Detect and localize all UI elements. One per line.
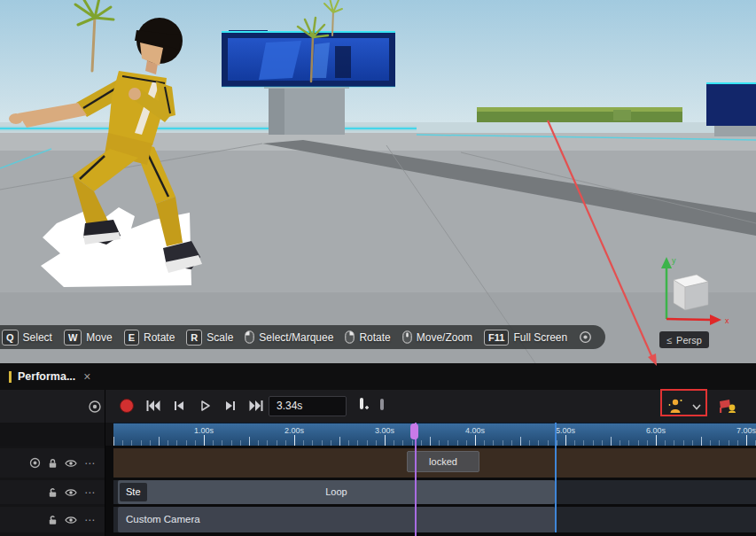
ruler-left-spacer <box>0 423 113 446</box>
track2-header: ⋯ <box>0 480 105 504</box>
tick-label: 2.00s <box>284 426 304 435</box>
keycap-f11: F11 <box>484 330 509 346</box>
step-back-icon <box>173 400 185 412</box>
keycap-e: E <box>124 330 139 346</box>
performer-display-icon[interactable] <box>717 398 737 414</box>
track3-header: ⋯ <box>0 507 105 532</box>
tab-close-icon[interactable]: × <box>83 369 90 384</box>
focus-target-icon[interactable] <box>88 400 102 414</box>
hint-select: Q Select <box>2 330 52 346</box>
hint-rotate-mouse: Rotate <box>345 330 390 344</box>
lock-open-icon[interactable] <box>48 487 58 498</box>
current-time-field[interactable]: 3.34s <box>269 396 347 416</box>
more-options-icon[interactable]: ⋯ <box>84 488 96 497</box>
tick-label: 7.00s <box>737 426 756 435</box>
tick-mark <box>385 435 386 446</box>
transport-buttons <box>145 400 264 412</box>
track1-header: ⋯ <box>0 448 105 478</box>
hint-rotate-label: Rotate <box>144 331 175 344</box>
toolbar-options-icon[interactable] <box>579 330 592 344</box>
hint-rotate: E Rotate <box>124 330 175 346</box>
hint-move-zoom-label: Move/Zoom <box>417 331 472 344</box>
app-window: y x Q Select W Move E Rotate R Scale <box>0 0 756 536</box>
playhead-handle[interactable] <box>410 423 418 439</box>
record-arm-icon[interactable] <box>29 457 41 469</box>
tick-mark <box>746 435 747 446</box>
hint-select-marquee: Select/Marquee <box>245 330 333 344</box>
lock-open-icon[interactable] <box>48 515 58 525</box>
keyframe-marker-icon[interactable] <box>378 398 386 412</box>
axis-x-label: x <box>725 316 729 325</box>
performance-panel: Performa... × <box>0 363 756 536</box>
loop-mode-label: Loop <box>118 480 555 504</box>
track-header-column: ⋯ ⋯ <box>0 446 105 536</box>
viewport-3d[interactable]: y x Q Select W Move E Rotate R Scale <box>0 0 756 363</box>
panel-tabbar: Performa... × <box>0 363 756 391</box>
hint-rotate-mouse-label: Rotate <box>359 331 390 344</box>
perspective-label: Persp <box>676 335 702 346</box>
lock-closed-icon[interactable] <box>48 458 58 469</box>
hint-scale: R Scale <box>186 330 233 346</box>
transport-bar: 3.34s <box>0 390 756 423</box>
tick-label: 6.00s <box>646 426 666 435</box>
skip-start-icon <box>145 400 161 412</box>
chevron-down-icon[interactable] <box>692 404 701 410</box>
play-button[interactable] <box>197 400 213 412</box>
hint-select-label: Select <box>23 331 52 344</box>
hint-fullscreen: F11 Full Screen <box>484 330 567 346</box>
tick-label: 1.00s <box>194 426 214 435</box>
range-end-marker[interactable] <box>555 423 557 532</box>
tick-mark <box>565 435 566 446</box>
mouse-right-icon <box>345 330 355 344</box>
hint-move-zoom: Move/Zoom <box>402 330 472 344</box>
hedge <box>477 107 682 122</box>
more-options-icon[interactable]: ⋯ <box>84 516 96 524</box>
character-mode-icon[interactable] <box>666 397 684 415</box>
step-forward-button[interactable] <box>222 400 238 412</box>
mouse-middle-icon <box>402 330 412 344</box>
locked-region-tag: locked <box>407 451 479 472</box>
add-keyframe-icon[interactable] <box>358 397 369 413</box>
track-row-camera: Custom Camera <box>113 507 756 532</box>
keycap-w: W <box>64 330 82 346</box>
skip-end-icon <box>248 400 264 412</box>
more-options-icon[interactable]: ⋯ <box>84 459 96 468</box>
camera-clip-label: Custom Camera <box>118 507 555 532</box>
step-forward-icon <box>224 400 237 412</box>
tick-label: 5.00s <box>556 426 575 435</box>
tick-mark <box>294 435 295 446</box>
hint-fullscreen-label: Full Screen <box>513 331 567 344</box>
animation-clip[interactable]: Loop Ste <box>118 480 555 504</box>
track-row-locked[interactable]: locked <box>113 448 756 478</box>
play-icon <box>199 400 211 412</box>
tick-mark <box>656 435 657 446</box>
record-button[interactable] <box>120 399 134 413</box>
keycap-r: R <box>186 330 202 346</box>
timeline-ruler[interactable]: 1.00s 2.00s 3.00s 4.00s 5.00s 6.00s 7.00… <box>113 423 756 446</box>
hint-move-label: Move <box>86 331 112 344</box>
clip-name-field[interactable]: Ste <box>120 483 147 501</box>
track-area: ⋯ ⋯ <box>0 446 756 536</box>
perspective-toggle[interactable]: ≤ Persp <box>659 331 709 348</box>
skip-end-button[interactable] <box>248 400 264 412</box>
hint-select-marquee-label: Select/Marquee <box>259 331 333 344</box>
tab-performance-label: Performa... <box>18 370 75 383</box>
hint-move: W Move <box>64 330 113 346</box>
tick-mark <box>475 435 476 446</box>
tick-label: 3.00s <box>375 426 394 435</box>
collapse-icon: ≤ <box>666 335 672 346</box>
active-tab-indicator <box>9 371 12 383</box>
eye-icon[interactable] <box>65 488 77 497</box>
keycap-q: Q <box>2 330 19 346</box>
hint-scale-label: Scale <box>207 331 233 344</box>
eye-icon[interactable] <box>65 516 77 524</box>
viewport-hint-toolbar: Q Select W Move E Rotate R Scale Select/ <box>0 325 605 349</box>
scene-render: y x <box>0 0 756 363</box>
step-back-button[interactable] <box>171 400 187 412</box>
skip-start-button[interactable] <box>145 400 161 412</box>
tab-performance[interactable]: Performa... × <box>0 363 100 390</box>
tick-mark <box>204 435 205 446</box>
eye-icon[interactable] <box>65 459 77 468</box>
custom-camera-clip[interactable]: Custom Camera <box>118 507 555 532</box>
track-row-animation: Loop Ste <box>113 480 756 504</box>
